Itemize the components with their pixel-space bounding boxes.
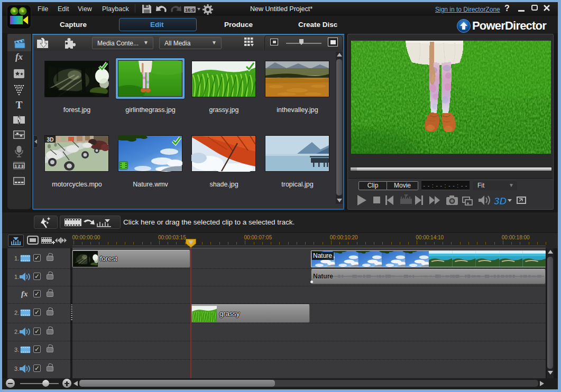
svg-text:16:9: 16:9 [185, 7, 195, 13]
svg-text:fx: fx [15, 52, 23, 62]
svg-text:3D: 3D [494, 195, 507, 207]
svg-text:T: T [16, 99, 23, 110]
svg-text:3D: 3D [47, 137, 54, 143]
svg-text:1 2 3: 1 2 3 [15, 164, 24, 169]
